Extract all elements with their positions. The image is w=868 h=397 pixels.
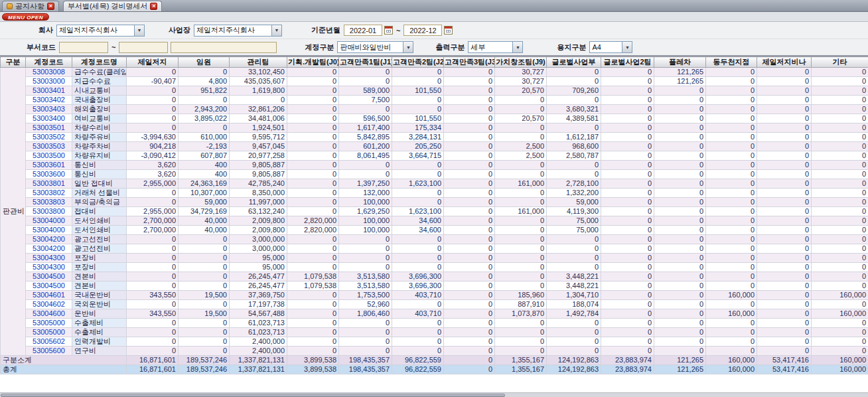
amount-cell[interactable]: 0: [706, 96, 757, 105]
amount-cell[interactable]: 589,000: [339, 86, 392, 96]
amount-cell[interactable]: 0: [547, 254, 601, 263]
amount-cell[interactable]: 11,997,000: [230, 198, 287, 207]
amount-cell[interactable]: 0: [706, 319, 757, 328]
amount-cell[interactable]: 0: [444, 77, 495, 86]
amount-cell[interactable]: 0: [287, 123, 339, 133]
amount-cell[interactable]: 0: [654, 133, 706, 142]
account-code-cell[interactable]: 53003801: [26, 179, 72, 189]
amount-cell[interactable]: 0: [444, 105, 495, 114]
amount-cell[interactable]: 0: [495, 281, 547, 291]
amount-cell[interactable]: 0: [339, 244, 392, 254]
account-name-cell[interactable]: 광고선전비: [72, 244, 127, 254]
amount-cell[interactable]: 0: [179, 272, 230, 281]
amount-cell[interactable]: 1,617,400: [339, 123, 392, 133]
amount-cell[interactable]: 0: [757, 263, 812, 272]
account-code-cell[interactable]: 53003501: [26, 123, 72, 133]
amount-cell[interactable]: 0: [654, 300, 706, 309]
amount-cell[interactable]: 0: [757, 226, 812, 235]
amount-cell[interactable]: 0: [287, 170, 339, 179]
amount-cell[interactable]: 0: [757, 207, 812, 216]
amount-cell[interactable]: 0: [706, 114, 757, 123]
amount-cell[interactable]: 0: [601, 151, 654, 161]
amount-cell[interactable]: 0: [706, 179, 757, 189]
amount-cell[interactable]: 26,245,477: [230, 272, 287, 281]
amount-cell[interactable]: 100,000: [339, 198, 392, 207]
amount-cell[interactable]: -90,407: [127, 77, 179, 86]
amount-cell[interactable]: 0: [547, 263, 601, 272]
amount-cell[interactable]: 0: [495, 216, 547, 226]
account-code-cell[interactable]: 53004600: [26, 309, 72, 319]
amount-cell[interactable]: 34,600: [392, 226, 444, 235]
account-code-cell[interactable]: 53004000: [26, 216, 72, 226]
amount-cell[interactable]: 0: [812, 68, 868, 77]
amount-cell[interactable]: 0: [601, 170, 654, 179]
amount-cell[interactable]: 0: [812, 123, 868, 133]
amount-cell[interactable]: 0: [601, 337, 654, 347]
amount-cell[interactable]: 0: [444, 207, 495, 216]
amount-cell[interactable]: 0: [757, 244, 812, 254]
amount-cell[interactable]: -2,193: [179, 142, 230, 151]
amount-cell[interactable]: 0: [444, 263, 495, 272]
amount-cell[interactable]: 20,570: [495, 86, 547, 96]
account-code-cell[interactable]: 53004500: [26, 281, 72, 291]
account-name-cell[interactable]: 운반비: [72, 309, 127, 319]
amount-cell[interactable]: 2,009,800: [230, 216, 287, 226]
amount-cell[interactable]: 0: [444, 114, 495, 123]
amount-cell[interactable]: 3,620: [127, 170, 179, 179]
amount-cell[interactable]: 951,822: [179, 86, 230, 96]
amount-cell[interactable]: 160,000: [812, 291, 868, 300]
amount-cell[interactable]: 0: [757, 347, 812, 356]
amount-cell[interactable]: 161,000: [495, 179, 547, 189]
amount-cell[interactable]: 0: [547, 347, 601, 356]
amount-cell[interactable]: 0: [339, 77, 392, 86]
amount-cell[interactable]: 19,500: [179, 309, 230, 319]
amount-cell[interactable]: 0: [392, 347, 444, 356]
amount-cell[interactable]: 3,664,715: [392, 151, 444, 161]
amount-cell[interactable]: 0: [757, 77, 812, 86]
amount-cell[interactable]: 61,023,713: [230, 328, 287, 337]
amount-cell[interactable]: 904,218: [127, 142, 179, 151]
amount-cell[interactable]: 0: [127, 235, 179, 244]
amount-cell[interactable]: 8,061,495: [339, 151, 392, 161]
amount-cell[interactable]: 0: [547, 337, 601, 347]
amount-cell[interactable]: 0: [654, 309, 706, 319]
amount-cell[interactable]: 20,570: [495, 114, 547, 123]
account-name-cell[interactable]: 견본비: [72, 272, 127, 281]
amount-cell[interactable]: 0: [812, 244, 868, 254]
amount-cell[interactable]: 3,448,221: [547, 281, 601, 291]
amount-cell[interactable]: 2,820,000: [287, 216, 339, 226]
column-header[interactable]: 관리팀: [230, 57, 287, 68]
dept-code-to-input[interactable]: [119, 42, 168, 53]
account-name-cell[interactable]: 급수수료(클레임): [72, 68, 127, 77]
amount-cell[interactable]: 0: [812, 189, 868, 198]
amount-cell[interactable]: 0: [812, 281, 868, 291]
amount-cell[interactable]: 2,580,787: [547, 151, 601, 161]
amount-cell[interactable]: 0: [757, 254, 812, 263]
amount-cell[interactable]: 24,363,169: [179, 179, 230, 189]
amount-cell[interactable]: 0: [179, 347, 230, 356]
amount-cell[interactable]: 0: [444, 347, 495, 356]
amount-cell[interactable]: 37,369,750: [230, 291, 287, 300]
amount-cell[interactable]: 0: [444, 151, 495, 161]
amount-cell[interactable]: 0: [812, 328, 868, 337]
account-code-cell[interactable]: 53003500: [26, 151, 72, 161]
amount-cell[interactable]: 0: [392, 68, 444, 77]
amount-cell[interactable]: 0: [444, 272, 495, 281]
amount-cell[interactable]: 40,000: [179, 226, 230, 235]
account-name-cell[interactable]: 수출제비: [72, 328, 127, 337]
amount-cell[interactable]: 160,000: [706, 291, 757, 300]
amount-cell[interactable]: 0: [339, 254, 392, 263]
amount-cell[interactable]: 0: [654, 226, 706, 235]
amount-cell[interactable]: 0: [757, 309, 812, 319]
account-name-cell[interactable]: 포장비: [72, 263, 127, 272]
amount-cell[interactable]: 4,389,581: [547, 114, 601, 123]
amount-cell[interactable]: 0: [287, 244, 339, 254]
tab-expense-report[interactable]: 부서별(세목) 경비명세서 ×: [63, 1, 162, 11]
amount-cell[interactable]: 0: [127, 328, 179, 337]
account-code-cell[interactable]: 53004300: [26, 254, 72, 263]
calendar-icon[interactable]: [384, 26, 393, 35]
amount-cell[interactable]: 54,567,488: [230, 309, 287, 319]
column-header[interactable]: 임원: [179, 57, 230, 68]
amount-cell[interactable]: 0: [654, 189, 706, 198]
amount-cell[interactable]: 0: [444, 216, 495, 226]
